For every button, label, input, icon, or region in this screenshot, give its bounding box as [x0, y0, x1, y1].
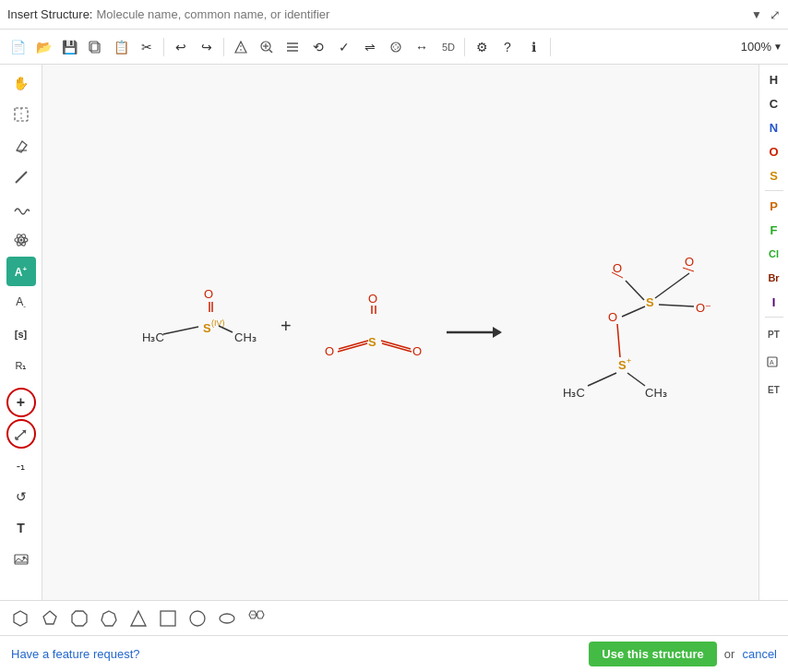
periodic-table-btn[interactable]: PT — [761, 321, 787, 347]
use-structure-button[interactable]: Use this structure — [589, 642, 717, 666]
settings-button[interactable]: ⚙ — [470, 35, 494, 59]
check-button[interactable]: ✓ — [332, 35, 356, 59]
dmso-ch3-right: CH₃ — [234, 330, 257, 344]
element-H-btn[interactable]: H — [761, 68, 787, 90]
copy-button[interactable] — [83, 35, 107, 59]
search-bar: Insert Structure: ▼ ⤢ — [0, 0, 788, 30]
open-file-button[interactable]: 📂 — [31, 35, 55, 59]
search-label: Insert Structure: — [7, 7, 92, 21]
so2-o-left: O — [325, 344, 334, 358]
element-N-btn[interactable]: N — [761, 116, 787, 138]
zoom-out-btn[interactable]: -₁ — [6, 450, 36, 480]
element-I-btn[interactable]: I — [761, 291, 787, 313]
rgroup-tool-btn[interactable]: R₁ — [6, 351, 36, 380]
clean-button[interactable] — [229, 35, 253, 59]
heptagon-btn[interactable] — [96, 606, 122, 631]
bottom-toolbar — [0, 600, 788, 635]
zoom-dropdown-icon: ▼ — [773, 42, 782, 52]
cancel-link[interactable]: cancel — [742, 647, 777, 661]
subscript-tool-btn[interactable]: A- — [6, 288, 36, 318]
svg-point-11 — [391, 42, 400, 52]
structure-lib-btn[interactable] — [244, 606, 269, 631]
search-expand-icon[interactable]: ⤢ — [770, 7, 781, 22]
atom-menu-btn[interactable] — [6, 225, 36, 255]
stereo-button[interactable]: ⟲ — [306, 35, 330, 59]
search-input[interactable] — [96, 7, 747, 21]
toolbar-sep-3 — [464, 38, 465, 56]
extra-button[interactable]: 5D — [436, 35, 460, 59]
pan-tool-btn[interactable]: ✋ — [6, 68, 36, 98]
rgroup-icon: R₁ — [16, 360, 27, 372]
octagon-btn[interactable] — [66, 606, 92, 631]
element-Cl-btn[interactable]: Cl — [761, 243, 787, 265]
search-bar-inner: Insert Structure: — [7, 7, 747, 21]
cut-button[interactable]: ✂ — [135, 35, 159, 59]
element-P-btn[interactable]: P — [761, 195, 787, 217]
feature-request-link[interactable]: Have a feature request? — [11, 647, 139, 661]
triangle-btn[interactable] — [125, 606, 151, 631]
zoom-in-btn[interactable]: + — [6, 388, 36, 417]
zoom-fit-button[interactable] — [255, 35, 279, 59]
atom-list-btn[interactable]: A — [761, 349, 787, 375]
rotate-btn[interactable]: ↺ — [6, 482, 36, 511]
element-separator — [765, 190, 783, 191]
help-button[interactable]: ? — [495, 35, 519, 59]
text-icon: T — [17, 521, 25, 535]
new-doc-button[interactable]: 📄 — [6, 35, 30, 59]
svg-text:A: A — [770, 359, 774, 366]
select-tool-btn[interactable] — [6, 100, 36, 129]
ellipse-btn[interactable] — [214, 606, 240, 631]
element-O-btn[interactable]: O — [761, 140, 787, 162]
toggle-button[interactable]: ↔ — [410, 35, 434, 59]
arom-button[interactable] — [384, 35, 408, 59]
element-F-btn[interactable]: F — [761, 219, 787, 241]
prod-s-plus: + — [627, 356, 631, 366]
svg-line-28 — [18, 558, 22, 561]
prod-s-lower: S — [618, 358, 627, 372]
zoom-out-icon: -₁ — [17, 459, 25, 473]
image-btn[interactable] — [6, 545, 36, 574]
svg-rect-40 — [161, 611, 175, 626]
square-btn[interactable] — [155, 606, 181, 631]
text-btn[interactable]: T — [6, 513, 36, 543]
superscript-tool-btn[interactable]: A+ — [6, 257, 36, 286]
bond-wave-btn[interactable] — [6, 194, 36, 223]
main-area: ✋ A+ A- [s] — [0, 65, 788, 600]
element-S-btn[interactable]: S — [761, 164, 787, 186]
info-button[interactable]: ℹ — [521, 35, 545, 59]
element-C-btn[interactable]: C — [761, 92, 787, 114]
subscript-icon: A- — [16, 295, 26, 310]
extended-table-btn[interactable]: ET — [761, 377, 787, 402]
pentagon-btn[interactable] — [37, 606, 63, 631]
so2-s: S — [368, 335, 376, 349]
bond-straight-btn[interactable] — [6, 162, 36, 192]
svg-marker-37 — [72, 611, 87, 626]
svg-marker-38 — [101, 611, 116, 626]
paste-button[interactable]: 📋 — [109, 35, 133, 59]
redo-button[interactable]: ↪ — [195, 35, 219, 59]
reaction-button[interactable]: ⇌ — [358, 35, 382, 59]
toolbar-sep-2 — [223, 38, 224, 56]
dmso-iv: (IV) — [211, 318, 225, 328]
canvas-area[interactable]: H₃C S (IV) O CH₃ + O — [42, 65, 758, 600]
undo-button[interactable]: ↩ — [169, 35, 193, 59]
circle-btn[interactable] — [185, 606, 210, 631]
prod-bond-tl — [626, 281, 644, 300]
save-file-button[interactable]: 💾 — [57, 35, 81, 59]
bracket-tool-btn[interactable]: [s] — [6, 319, 36, 349]
or-text: or — [724, 647, 735, 661]
dmso-s: S — [203, 321, 211, 335]
search-dropdown-icon[interactable]: ▼ — [751, 8, 762, 21]
element-Br-btn[interactable]: Br — [761, 267, 787, 289]
layout-button[interactable] — [281, 35, 304, 59]
eraser-tool-btn[interactable] — [6, 131, 36, 161]
bracket-icon: [s] — [15, 329, 27, 340]
zoom-control[interactable]: 100% ▼ — [741, 40, 782, 54]
plus-sign: + — [281, 316, 292, 336]
prod-ch3-lower: CH₃ — [645, 386, 667, 400]
svg-point-21 — [19, 239, 22, 242]
hexagon-btn[interactable] — [7, 606, 33, 631]
svg-line-5 — [269, 50, 272, 53]
zoom-arrow-btn[interactable] — [6, 419, 36, 449]
prod-h3c-lower: H₃C — [563, 386, 585, 400]
